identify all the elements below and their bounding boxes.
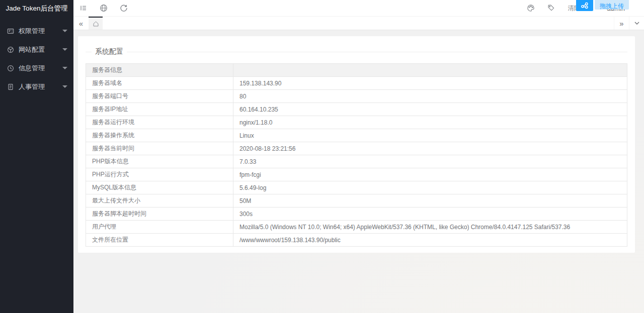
sidebar-item-info-manage[interactable]: 信息管理 <box>0 59 73 77</box>
sidebar-item-label: 信息管理 <box>19 64 45 73</box>
row-value: 50M <box>233 194 627 207</box>
row-label: 服务器当前时间 <box>86 142 233 155</box>
sidebar-item-hr-manage[interactable]: 人事管理 <box>0 77 73 96</box>
chevron-down-icon <box>62 48 67 51</box>
row-label: 服务器IP地址 <box>86 103 233 116</box>
home-icon <box>93 21 99 27</box>
drag-upload-label[interactable]: 拖拽上传 <box>595 0 629 10</box>
table-group-header: 服务器信息 <box>86 64 233 77</box>
drag-upload-widget: 拖拽上传 <box>576 0 629 11</box>
row-label: 最大上传文件大小 <box>86 194 233 207</box>
content-area: 系统配置 服务器信息 服务器域名159.138.143.90服务器端口号80服务… <box>73 31 644 313</box>
main-area: 清除缓存 admin 拖拽上传 « <box>73 0 644 313</box>
tabs-menu-button[interactable] <box>629 17 644 30</box>
table-row: PHP版本信息7.0.33 <box>86 155 627 168</box>
row-label: 服务器操作系统 <box>86 129 233 142</box>
info-manage-icon <box>7 65 14 72</box>
row-value: Mozilla/5.0 (Windows NT 10.0; Win64; x64… <box>233 221 627 234</box>
tabs-scroll-right-button[interactable]: » <box>614 17 629 30</box>
row-value: 300s <box>233 207 627 221</box>
sidebar-item-label: 网站配置 <box>19 45 45 54</box>
table-row: PHP运行方式fpm-fcgi <box>86 168 627 181</box>
row-label: 服务器域名 <box>86 77 233 90</box>
row-label: 用户代理 <box>86 221 233 234</box>
sidebar-item-label: 人事管理 <box>19 82 45 91</box>
refresh-icon[interactable] <box>114 0 134 16</box>
row-label: 服务器端口号 <box>86 90 233 103</box>
row-label: PHP运行方式 <box>86 168 233 181</box>
table-row: 服务器脚本超时时间300s <box>86 207 627 221</box>
table-row: 服务器IP地址60.164.10.235 <box>86 103 627 116</box>
sidebar-nav: 权限管理 网站配置 信息管理 <box>0 17 73 96</box>
table-row: 服务器域名159.138.143.90 <box>86 77 627 90</box>
row-label: 文件所在位置 <box>86 234 233 247</box>
row-value: 80 <box>233 90 627 103</box>
sidebar-item-label: 权限管理 <box>19 27 45 36</box>
chevron-down-icon <box>634 20 640 26</box>
table-row: 服务器当前时间2020-08-18 23:21:56 <box>86 142 627 155</box>
row-label: 服务器运行环境 <box>86 116 233 129</box>
table-row: 服务器运行环境nginx/1.18.0 <box>86 116 627 129</box>
row-label: 服务器脚本超时时间 <box>86 207 233 221</box>
chevron-down-icon <box>62 85 67 88</box>
row-value: 5.6.49-log <box>233 181 627 194</box>
permission-icon <box>7 28 14 35</box>
hr-manage-icon <box>7 83 14 90</box>
table-group-row: 服务器信息 <box>86 64 627 77</box>
row-label: MySQL版本信息 <box>86 181 233 194</box>
sidebar: Jade Token后台管理 权限管理 网站配置 <box>0 0 73 313</box>
row-value: 60.164.10.235 <box>233 103 627 116</box>
table-row: 用户代理Mozilla/5.0 (Windows NT 10.0; Win64;… <box>86 221 627 234</box>
website-icon[interactable] <box>94 0 114 16</box>
sidebar-item-permission[interactable]: 权限管理 <box>0 22 73 40</box>
share-nodes-icon[interactable] <box>576 0 593 11</box>
row-value: Linux <box>233 129 627 142</box>
row-value: nginx/1.18.0 <box>233 116 627 129</box>
table-group-header-spacer <box>233 64 627 77</box>
row-value: 159.138.143.90 <box>233 77 627 90</box>
collapse-sidebar-icon[interactable] <box>73 0 94 16</box>
tabs-scroll-left-button[interactable]: « <box>73 17 89 30</box>
table-row: 文件所在位置/www/wwwroot/159.138.143.90/public <box>86 234 627 247</box>
row-value: 7.0.33 <box>233 155 627 168</box>
row-value: fpm-fcgi <box>233 168 627 181</box>
page-title: 系统配置 <box>92 47 127 56</box>
app-title: Jade Token后台管理 <box>0 0 73 17</box>
tab-bar: « » <box>73 17 644 30</box>
row-label: PHP版本信息 <box>86 155 233 168</box>
table-row: 服务器操作系统Linux <box>86 129 627 142</box>
row-value: /www/wwwroot/159.138.143.90/public <box>233 234 627 247</box>
server-info-table: 服务器信息 服务器域名159.138.143.90服务器端口号80服务器IP地址… <box>86 63 627 247</box>
table-row: MySQL版本信息5.6.49-log <box>86 181 627 194</box>
tab-home[interactable] <box>89 17 103 30</box>
row-value: 2020-08-18 23:21:56 <box>233 142 627 155</box>
site-config-icon <box>7 46 14 53</box>
tag-icon[interactable] <box>541 0 561 16</box>
table-row: 最大上传文件大小50M <box>86 194 627 207</box>
palette-icon[interactable] <box>521 0 541 16</box>
system-config-card: 系统配置 服务器信息 服务器域名159.138.143.90服务器端口号80服务… <box>78 36 635 253</box>
section-fieldset: 系统配置 <box>86 47 627 56</box>
table-row: 服务器端口号80 <box>86 90 627 103</box>
tab-bar-right: » <box>614 17 644 30</box>
top-header: 清除缓存 admin 拖拽上传 <box>73 0 644 17</box>
chevron-down-icon <box>62 67 67 69</box>
sidebar-item-site-config[interactable]: 网站配置 <box>0 40 73 59</box>
chevron-down-icon <box>62 30 67 32</box>
